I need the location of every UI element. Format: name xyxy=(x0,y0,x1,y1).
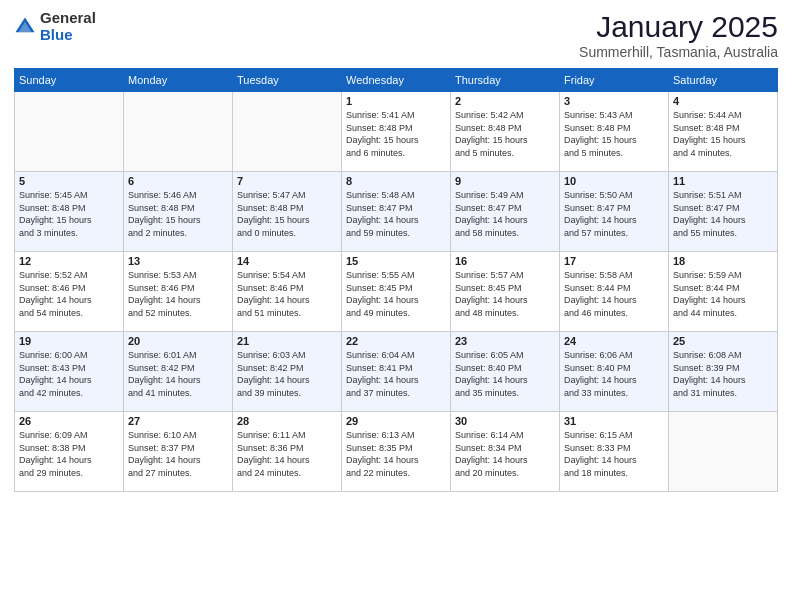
day-number: 29 xyxy=(346,415,446,427)
table-row: 21Sunrise: 6:03 AM Sunset: 8:42 PM Dayli… xyxy=(233,332,342,412)
day-info: Sunrise: 6:13 AM Sunset: 8:35 PM Dayligh… xyxy=(346,429,446,479)
table-row: 26Sunrise: 6:09 AM Sunset: 8:38 PM Dayli… xyxy=(15,412,124,492)
day-info: Sunrise: 5:46 AM Sunset: 8:48 PM Dayligh… xyxy=(128,189,228,239)
table-row: 30Sunrise: 6:14 AM Sunset: 8:34 PM Dayli… xyxy=(451,412,560,492)
day-info: Sunrise: 5:45 AM Sunset: 8:48 PM Dayligh… xyxy=(19,189,119,239)
table-row: 13Sunrise: 5:53 AM Sunset: 8:46 PM Dayli… xyxy=(124,252,233,332)
table-row: 14Sunrise: 5:54 AM Sunset: 8:46 PM Dayli… xyxy=(233,252,342,332)
table-row xyxy=(669,412,778,492)
table-row: 19Sunrise: 6:00 AM Sunset: 8:43 PM Dayli… xyxy=(15,332,124,412)
calendar-week-1: 1Sunrise: 5:41 AM Sunset: 8:48 PM Daylig… xyxy=(15,92,778,172)
day-number: 24 xyxy=(564,335,664,347)
day-number: 4 xyxy=(673,95,773,107)
day-info: Sunrise: 5:41 AM Sunset: 8:48 PM Dayligh… xyxy=(346,109,446,159)
table-row: 27Sunrise: 6:10 AM Sunset: 8:37 PM Dayli… xyxy=(124,412,233,492)
day-number: 14 xyxy=(237,255,337,267)
table-row: 29Sunrise: 6:13 AM Sunset: 8:35 PM Dayli… xyxy=(342,412,451,492)
logo-blue: Blue xyxy=(40,27,96,44)
calendar-table: Sunday Monday Tuesday Wednesday Thursday… xyxy=(14,68,778,492)
calendar-header-row: Sunday Monday Tuesday Wednesday Thursday… xyxy=(15,69,778,92)
header-sunday: Sunday xyxy=(15,69,124,92)
table-row: 22Sunrise: 6:04 AM Sunset: 8:41 PM Dayli… xyxy=(342,332,451,412)
day-number: 2 xyxy=(455,95,555,107)
header-wednesday: Wednesday xyxy=(342,69,451,92)
table-row: 24Sunrise: 6:06 AM Sunset: 8:40 PM Dayli… xyxy=(560,332,669,412)
day-number: 3 xyxy=(564,95,664,107)
table-row: 15Sunrise: 5:55 AM Sunset: 8:45 PM Dayli… xyxy=(342,252,451,332)
logo-general: General xyxy=(40,10,96,27)
day-info: Sunrise: 5:50 AM Sunset: 8:47 PM Dayligh… xyxy=(564,189,664,239)
day-number: 13 xyxy=(128,255,228,267)
calendar-location: Summerhill, Tasmania, Australia xyxy=(579,44,778,60)
day-info: Sunrise: 6:04 AM Sunset: 8:41 PM Dayligh… xyxy=(346,349,446,399)
day-info: Sunrise: 5:49 AM Sunset: 8:47 PM Dayligh… xyxy=(455,189,555,239)
table-row: 17Sunrise: 5:58 AM Sunset: 8:44 PM Dayli… xyxy=(560,252,669,332)
header-friday: Friday xyxy=(560,69,669,92)
table-row: 23Sunrise: 6:05 AM Sunset: 8:40 PM Dayli… xyxy=(451,332,560,412)
day-info: Sunrise: 5:54 AM Sunset: 8:46 PM Dayligh… xyxy=(237,269,337,319)
day-info: Sunrise: 5:55 AM Sunset: 8:45 PM Dayligh… xyxy=(346,269,446,319)
day-number: 16 xyxy=(455,255,555,267)
day-info: Sunrise: 6:00 AM Sunset: 8:43 PM Dayligh… xyxy=(19,349,119,399)
logo: General Blue xyxy=(14,10,96,43)
day-number: 5 xyxy=(19,175,119,187)
day-info: Sunrise: 6:08 AM Sunset: 8:39 PM Dayligh… xyxy=(673,349,773,399)
calendar-title: January 2025 xyxy=(579,10,778,44)
day-info: Sunrise: 6:14 AM Sunset: 8:34 PM Dayligh… xyxy=(455,429,555,479)
table-row: 3Sunrise: 5:43 AM Sunset: 8:48 PM Daylig… xyxy=(560,92,669,172)
day-info: Sunrise: 5:44 AM Sunset: 8:48 PM Dayligh… xyxy=(673,109,773,159)
title-block: January 2025 Summerhill, Tasmania, Austr… xyxy=(579,10,778,60)
day-number: 20 xyxy=(128,335,228,347)
day-info: Sunrise: 6:03 AM Sunset: 8:42 PM Dayligh… xyxy=(237,349,337,399)
day-info: Sunrise: 5:48 AM Sunset: 8:47 PM Dayligh… xyxy=(346,189,446,239)
day-number: 27 xyxy=(128,415,228,427)
day-info: Sunrise: 6:11 AM Sunset: 8:36 PM Dayligh… xyxy=(237,429,337,479)
day-number: 19 xyxy=(19,335,119,347)
table-row xyxy=(15,92,124,172)
table-row: 28Sunrise: 6:11 AM Sunset: 8:36 PM Dayli… xyxy=(233,412,342,492)
table-row xyxy=(233,92,342,172)
day-info: Sunrise: 5:47 AM Sunset: 8:48 PM Dayligh… xyxy=(237,189,337,239)
table-row: 20Sunrise: 6:01 AM Sunset: 8:42 PM Dayli… xyxy=(124,332,233,412)
header-thursday: Thursday xyxy=(451,69,560,92)
header-monday: Monday xyxy=(124,69,233,92)
day-number: 1 xyxy=(346,95,446,107)
day-number: 8 xyxy=(346,175,446,187)
table-row: 16Sunrise: 5:57 AM Sunset: 8:45 PM Dayli… xyxy=(451,252,560,332)
day-info: Sunrise: 6:06 AM Sunset: 8:40 PM Dayligh… xyxy=(564,349,664,399)
calendar-week-3: 12Sunrise: 5:52 AM Sunset: 8:46 PM Dayli… xyxy=(15,252,778,332)
logo-icon xyxy=(14,16,36,38)
table-row: 8Sunrise: 5:48 AM Sunset: 8:47 PM Daylig… xyxy=(342,172,451,252)
day-number: 28 xyxy=(237,415,337,427)
table-row: 2Sunrise: 5:42 AM Sunset: 8:48 PM Daylig… xyxy=(451,92,560,172)
table-row: 4Sunrise: 5:44 AM Sunset: 8:48 PM Daylig… xyxy=(669,92,778,172)
table-row: 11Sunrise: 5:51 AM Sunset: 8:47 PM Dayli… xyxy=(669,172,778,252)
table-row xyxy=(124,92,233,172)
day-number: 22 xyxy=(346,335,446,347)
table-row: 18Sunrise: 5:59 AM Sunset: 8:44 PM Dayli… xyxy=(669,252,778,332)
day-number: 15 xyxy=(346,255,446,267)
day-number: 18 xyxy=(673,255,773,267)
table-row: 5Sunrise: 5:45 AM Sunset: 8:48 PM Daylig… xyxy=(15,172,124,252)
day-info: Sunrise: 5:42 AM Sunset: 8:48 PM Dayligh… xyxy=(455,109,555,159)
day-number: 11 xyxy=(673,175,773,187)
day-number: 9 xyxy=(455,175,555,187)
day-number: 6 xyxy=(128,175,228,187)
day-number: 25 xyxy=(673,335,773,347)
calendar-week-4: 19Sunrise: 6:00 AM Sunset: 8:43 PM Dayli… xyxy=(15,332,778,412)
header-tuesday: Tuesday xyxy=(233,69,342,92)
table-row: 25Sunrise: 6:08 AM Sunset: 8:39 PM Dayli… xyxy=(669,332,778,412)
day-number: 30 xyxy=(455,415,555,427)
day-number: 31 xyxy=(564,415,664,427)
table-row: 1Sunrise: 5:41 AM Sunset: 8:48 PM Daylig… xyxy=(342,92,451,172)
day-info: Sunrise: 5:51 AM Sunset: 8:47 PM Dayligh… xyxy=(673,189,773,239)
day-info: Sunrise: 5:53 AM Sunset: 8:46 PM Dayligh… xyxy=(128,269,228,319)
day-info: Sunrise: 6:05 AM Sunset: 8:40 PM Dayligh… xyxy=(455,349,555,399)
header-saturday: Saturday xyxy=(669,69,778,92)
day-info: Sunrise: 5:59 AM Sunset: 8:44 PM Dayligh… xyxy=(673,269,773,319)
calendar-week-5: 26Sunrise: 6:09 AM Sunset: 8:38 PM Dayli… xyxy=(15,412,778,492)
table-row: 31Sunrise: 6:15 AM Sunset: 8:33 PM Dayli… xyxy=(560,412,669,492)
day-number: 26 xyxy=(19,415,119,427)
day-info: Sunrise: 5:52 AM Sunset: 8:46 PM Dayligh… xyxy=(19,269,119,319)
day-info: Sunrise: 6:01 AM Sunset: 8:42 PM Dayligh… xyxy=(128,349,228,399)
